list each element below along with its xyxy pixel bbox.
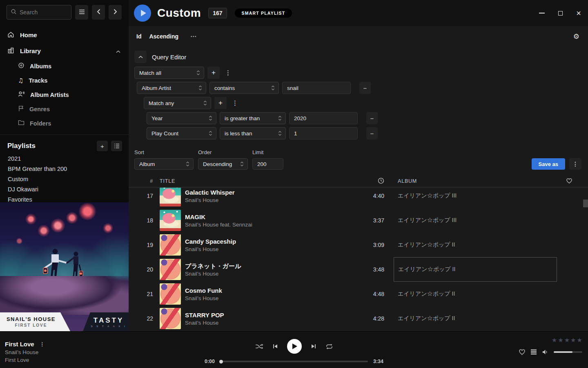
now-playing-album-art[interactable]: SNAIL'S HOUSE FIRST LOVE TASTY Э S T Λ Λ… [0, 202, 129, 331]
search-box[interactable] [7, 5, 71, 20]
seek-bar-knob[interactable] [219, 360, 223, 364]
group-options-button[interactable]: ⋮ [230, 99, 240, 107]
match-type-select[interactable]: Match all [134, 67, 204, 79]
track-title[interactable]: Galactic Whisper [185, 188, 347, 196]
rule-value-input[interactable] [289, 112, 358, 124]
remove-rule-button[interactable]: − [366, 127, 378, 139]
track-title[interactable]: プラネット・ガール [185, 262, 347, 270]
next-track-button[interactable] [311, 343, 316, 349]
star-icon[interactable]: ★ [558, 337, 563, 344]
gear-icon[interactable]: ⚙ [573, 32, 579, 40]
now-playing-title[interactable]: First Love [5, 341, 34, 348]
track-album[interactable]: エイリアン☆ポップ II [394, 282, 557, 306]
rule-operator-select[interactable]: contains [209, 82, 279, 94]
add-rule-button[interactable]: + [207, 67, 220, 79]
shuffle-button[interactable] [255, 343, 263, 350]
track-row[interactable]: 21 Cosmo Funk Snail’s House 4:48 エイリアン☆ポ… [129, 282, 588, 306]
minimize-button[interactable] [539, 10, 545, 16]
sort-select[interactable]: Album [134, 158, 194, 170]
album-art-thumbnail[interactable] [160, 210, 181, 231]
chevron-up-icon[interactable] [116, 47, 120, 54]
track-album[interactable]: エイリアン☆ポップ III [394, 188, 557, 208]
rule-field-select[interactable]: Album Artist [137, 82, 206, 94]
track-artist[interactable]: Snail’s House [185, 197, 347, 203]
limit-input[interactable] [252, 158, 283, 170]
album-art-thumbnail[interactable] [160, 234, 181, 256]
menu-button[interactable] [75, 5, 88, 20]
repeat-button[interactable] [325, 343, 333, 350]
star-icon[interactable]: ★ [577, 337, 582, 344]
star-icon[interactable]: ★ [564, 337, 570, 344]
rule-field-select[interactable]: Play Count [147, 127, 216, 139]
rule-value-input[interactable] [282, 82, 351, 94]
track-artist[interactable]: Snail’s House [185, 320, 347, 326]
star-icon[interactable]: ★ [570, 337, 576, 344]
sidebar-item-genres[interactable]: Genres [0, 102, 129, 116]
track-title[interactable]: STARRY POP [185, 311, 347, 319]
sidebar-item-folders[interactable]: Folders [0, 116, 129, 130]
sidebar-item-home[interactable]: Home [0, 27, 129, 43]
add-rule-button[interactable]: + [214, 97, 227, 109]
volume-slider[interactable] [554, 351, 582, 353]
sort-order-button[interactable]: Ascending [149, 33, 178, 40]
column-index[interactable]: # [138, 178, 153, 184]
column-duration[interactable] [347, 177, 384, 185]
playlist-item-2021[interactable]: 2021 [0, 154, 129, 164]
column-album[interactable]: ALBUM [394, 178, 557, 184]
track-album[interactable]: エイリアン☆ポップ II [394, 233, 557, 257]
track-artist[interactable]: Snail’s House [185, 295, 347, 301]
save-options-button[interactable]: ⋮ [569, 158, 581, 170]
track-artist[interactable]: Snail’s House [185, 246, 347, 252]
playlist-item-bpm[interactable]: BPM Greater than 200 [0, 164, 129, 174]
now-playing-album[interactable]: First Love [5, 357, 45, 363]
track-artist[interactable]: Snail’s House [185, 271, 347, 277]
rule-operator-select[interactable]: is less than [220, 127, 286, 139]
rule-operator-select[interactable]: is greater than [220, 112, 286, 124]
favorite-button[interactable] [519, 349, 526, 355]
remove-rule-button[interactable]: − [366, 112, 378, 124]
maximize-button[interactable] [557, 10, 564, 16]
group-options-button[interactable]: ⋮ [223, 69, 233, 76]
sidebar-item-album-artists[interactable]: Album Artists [0, 88, 129, 102]
now-playing-options-button[interactable]: ⋮ [40, 341, 45, 347]
track-row[interactable]: 19 Candy Spaceship Snail’s House 3:09 エイ… [129, 233, 588, 257]
match-type-select[interactable]: Match any [144, 97, 211, 109]
sidebar-item-albums[interactable]: Albums [0, 59, 129, 73]
queue-icon[interactable] [530, 349, 537, 355]
track-title[interactable]: Cosmo Funk [185, 287, 347, 294]
track-album[interactable]: エイリアン☆ポップ II [394, 257, 557, 282]
nav-forward-button[interactable] [109, 5, 122, 20]
seek-bar[interactable] [220, 361, 368, 362]
search-input[interactable] [20, 9, 65, 16]
track-album[interactable]: エイリアン☆ポップ II [394, 306, 557, 331]
playlist-item-custom[interactable]: Custom [0, 174, 129, 184]
star-icon[interactable]: ★ [552, 337, 557, 344]
toolbar-more-button[interactable]: ⋯ [190, 33, 197, 40]
column-title[interactable]: TITLE [153, 178, 347, 184]
album-art-thumbnail[interactable] [160, 259, 181, 280]
track-row[interactable]: 18 MAGIK Snail’s House feat. Sennzai 3:3… [129, 208, 588, 233]
track-row[interactable]: 22 STARRY POP Snail’s House 4:28 エイリアン☆ポ… [129, 306, 588, 331]
playlist-item-dj-okawari[interactable]: DJ Okawari [0, 184, 129, 195]
track-row[interactable]: 20 プラネット・ガール Snail’s House 3:48 エイリアン☆ポッ… [129, 257, 588, 282]
order-select[interactable]: Descending [198, 158, 248, 170]
play-pause-button[interactable] [287, 339, 302, 354]
track-artist[interactable]: Snail’s House feat. Sennzai [185, 222, 347, 228]
previous-track-button[interactable] [272, 343, 278, 349]
scrollbar-thumb[interactable] [583, 200, 588, 207]
playlist-options-button[interactable] [111, 141, 122, 151]
track-album[interactable]: エイリアン☆ポップ III [394, 208, 557, 233]
track-row[interactable]: 17 Galactic Whisper Snail’s House 4:40 エ… [129, 188, 588, 208]
rule-value-input[interactable] [289, 127, 358, 139]
rule-field-select[interactable]: Year [147, 112, 216, 124]
album-art-thumbnail[interactable] [160, 308, 181, 329]
volume-icon[interactable] [542, 349, 549, 355]
sidebar-item-library[interactable]: Library [0, 43, 129, 59]
close-button[interactable]: × [575, 10, 582, 16]
column-favorite[interactable] [557, 178, 581, 185]
save-as-button[interactable]: Save as [532, 158, 565, 170]
nav-back-button[interactable] [92, 5, 105, 20]
add-playlist-button[interactable]: + [97, 141, 108, 151]
remove-rule-button[interactable]: − [359, 82, 371, 94]
track-title[interactable]: Candy Spaceship [185, 238, 347, 245]
